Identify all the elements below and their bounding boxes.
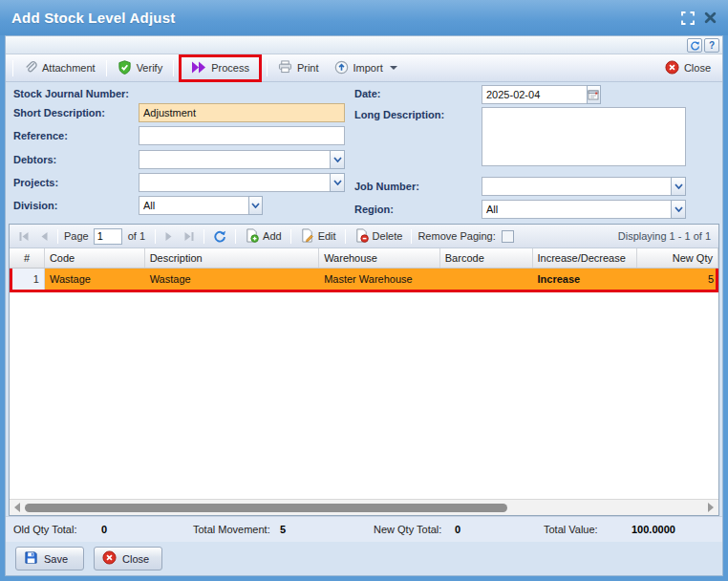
projects-label: Projects: [13, 177, 58, 188]
date-input[interactable] [482, 85, 588, 104]
printer-icon [278, 60, 292, 75]
new-qty-cell: 5 [637, 269, 718, 290]
scrollbar-thumb[interactable] [25, 504, 507, 512]
grid-refresh-button[interactable] [208, 227, 231, 245]
table-row[interactable]: 1 Wastage Wastage Master Warehouse Incre… [10, 269, 718, 290]
warehouse-cell: Master Warehouse [319, 269, 440, 290]
line-items-grid: Page of 1 [9, 224, 719, 516]
import-dropdown-caret-icon [390, 66, 397, 70]
close-circle-icon [665, 60, 679, 76]
debtors-dropdown-trigger[interactable] [330, 150, 345, 169]
paperclip-icon [24, 60, 37, 75]
region-label: Region: [354, 204, 394, 215]
column-header-num[interactable]: # [10, 248, 45, 268]
add-row-button[interactable]: Add [240, 226, 287, 247]
barcode-cell [440, 269, 533, 290]
attachment-button[interactable]: Attachment [16, 56, 103, 79]
add-label: Add [263, 230, 282, 242]
maximize-icon[interactable] [681, 11, 695, 25]
edit-row-button[interactable]: Edit [295, 226, 341, 247]
footer-close-button[interactable]: Close [94, 547, 162, 570]
increase-decrease-cell: Increase [533, 269, 638, 290]
page-number-input[interactable] [94, 228, 122, 245]
short-description-input[interactable] [139, 103, 345, 122]
toolbar-separator [12, 60, 13, 76]
first-page-button[interactable] [13, 229, 34, 244]
window-title: Add Stock Level Adjust [11, 10, 175, 26]
region-dropdown-trigger[interactable] [671, 200, 686, 219]
toolbar-separator [106, 60, 107, 76]
last-page-button[interactable] [179, 229, 200, 244]
column-header-description[interactable]: Description [145, 248, 319, 268]
row-number-cell: 1 [10, 269, 45, 290]
main-toolbar: Attachment Verify Process [6, 54, 722, 82]
job-number-combo-input[interactable] [482, 177, 672, 196]
grid-header-row: # Code Description Warehouse Barcode Inc… [10, 248, 718, 269]
title-bar: Add Stock Level Adjust [0, 0, 728, 35]
verify-label: Verify [137, 62, 163, 74]
import-button[interactable]: Import [327, 56, 405, 80]
grid-toolbar-separator [411, 229, 412, 244]
short-description-label: Short Description: [13, 107, 105, 118]
toolbar-close-button[interactable]: Close [657, 56, 718, 80]
date-picker-trigger[interactable] [587, 85, 601, 104]
total-value-label: Total Value: [544, 524, 598, 535]
save-button[interactable]: Save [15, 547, 84, 570]
edit-label: Edit [318, 230, 336, 242]
old-qty-total-label: Old Qty Total: [13, 524, 76, 535]
total-value-value: 100.0000 [632, 524, 675, 535]
long-description-label: Long Description: [354, 109, 444, 120]
process-button[interactable]: Process [183, 57, 257, 79]
grid-toolbar-separator [235, 229, 236, 244]
horizontal-scrollbar[interactable] [10, 499, 718, 515]
projects-dropdown-trigger[interactable] [330, 173, 345, 192]
import-icon [334, 60, 349, 76]
reference-label: Reference: [13, 130, 68, 141]
debtors-combo-input[interactable] [139, 150, 331, 169]
double-play-icon [191, 61, 206, 75]
code-cell: Wastage [45, 269, 145, 290]
delete-row-button[interactable]: Delete [350, 226, 408, 247]
column-header-increase-decrease[interactable]: Increase/Decrease [533, 248, 638, 268]
print-button[interactable]: Print [270, 56, 327, 79]
division-dropdown-trigger[interactable] [248, 196, 263, 215]
refresh-mini-button[interactable] [687, 38, 702, 53]
next-page-button[interactable] [160, 229, 179, 244]
help-button[interactable]: ? [704, 38, 719, 53]
header-form: Stock Journal Number: Short Description:… [6, 82, 722, 224]
remove-paging-checkbox[interactable] [502, 230, 514, 243]
job-number-label: Job Number: [354, 181, 419, 192]
add-icon [245, 228, 259, 245]
scroll-right-arrow-icon[interactable] [708, 503, 714, 512]
shield-check-icon [118, 60, 132, 76]
column-header-new-qty[interactable]: New Qty [637, 248, 718, 268]
totals-bar: Old Qty Total: 0 Total Movement: 5 New Q… [6, 516, 722, 542]
column-header-barcode[interactable]: Barcode [440, 248, 533, 268]
column-header-code[interactable]: Code [45, 248, 145, 268]
footer-bar: Save Close [6, 542, 722, 575]
prev-page-button[interactable] [34, 229, 54, 244]
print-label: Print [297, 62, 319, 74]
verify-button[interactable]: Verify [110, 56, 171, 80]
job-number-dropdown-trigger[interactable] [671, 177, 686, 196]
division-combo-input[interactable] [139, 196, 249, 215]
process-annotation-box: Process [179, 54, 262, 82]
window-close-icon[interactable] [704, 11, 717, 24]
projects-combo-input[interactable] [139, 173, 331, 192]
save-icon [24, 550, 38, 567]
region-combo-input[interactable] [482, 200, 672, 219]
scroll-left-arrow-icon[interactable] [14, 503, 20, 512]
reference-input[interactable] [139, 126, 345, 145]
page-of-label: of 1 [128, 230, 145, 242]
column-header-warehouse[interactable]: Warehouse [319, 248, 440, 268]
grid-toolbar-separator [203, 229, 204, 244]
delete-icon [354, 228, 369, 245]
grid-toolbar-separator [345, 229, 346, 244]
delete-label: Delete [373, 230, 403, 242]
total-movement-label: Total Movement: [193, 524, 270, 535]
remove-paging-label: Remove Paging: [418, 230, 495, 242]
dialog-body: ? Attachment Verify [5, 35, 723, 576]
long-description-textarea[interactable] [482, 107, 686, 166]
date-label: Date: [354, 88, 381, 99]
description-cell: Wastage [145, 269, 319, 290]
